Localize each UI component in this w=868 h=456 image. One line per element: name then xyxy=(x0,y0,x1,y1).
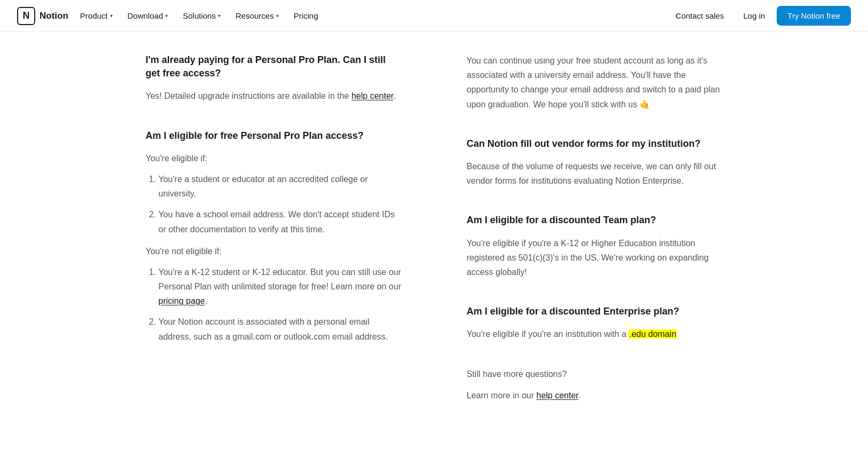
more-questions-label: Still have more questions? xyxy=(467,367,723,381)
eligible-list: You're a student or educator at an accre… xyxy=(146,172,402,237)
not-eligible-list: You're a K-12 student or K-12 educator. … xyxy=(146,265,402,344)
more-questions-section: Still have more questions? Learn more in… xyxy=(467,367,723,402)
navbar: N Notion Product ▾ Download ▾ Solutions … xyxy=(0,0,868,32)
help-center-link-1[interactable]: help center xyxy=(351,91,393,100)
faq-discounted-enterprise: Am I eligible for a discounted Enterpris… xyxy=(467,305,723,341)
left-column: I'm already paying for a Personal Pro Pl… xyxy=(146,53,413,428)
faq-answer-2: You're eligible if: You're a student or … xyxy=(146,151,402,344)
chevron-down-icon: ▾ xyxy=(110,13,113,19)
main-content: I'm already paying for a Personal Pro Pl… xyxy=(114,32,755,450)
try-notion-free-button[interactable]: Try Notion free xyxy=(777,6,851,26)
list-item: You're a student or educator at an accre… xyxy=(159,172,402,201)
faq-personal-pro-paying: I'm already paying for a Personal Pro Pl… xyxy=(146,53,402,104)
faq-answer-1-intro: Yes! Detailed upgrade instructions are a… xyxy=(146,91,349,100)
notion-logo-icon: N xyxy=(17,7,35,25)
chevron-down-icon: ▾ xyxy=(276,13,279,19)
faq-question-vendor: Can Notion fill out vendor forms for my … xyxy=(467,137,723,151)
learn-more-text: Learn more in our help center. xyxy=(467,388,723,403)
faq-question-enterprise: Am I eligible for a discounted Enterpris… xyxy=(467,305,723,318)
nav-left: N Notion Product ▾ Download ▾ Solutions … xyxy=(17,7,326,25)
faq-answer-enterprise: You're eligible if you're an institution… xyxy=(467,327,723,341)
login-button[interactable]: Log in xyxy=(736,7,772,25)
contact-sales-link[interactable]: Contact sales xyxy=(668,7,732,25)
faq-answer-vendor: Because of the volume of requests we rec… xyxy=(467,159,723,188)
nav-item-product[interactable]: Product ▾ xyxy=(73,7,120,25)
nav-item-pricing[interactable]: Pricing xyxy=(286,7,326,25)
faq-answer-enterprise-before: You're eligible if you're an institution… xyxy=(467,329,627,339)
faq-student-account-continuation: You can continue using your free student… xyxy=(467,53,723,112)
not-eligible-label: You're not eligible if: xyxy=(146,244,402,258)
pricing-page-link[interactable]: pricing page xyxy=(159,296,205,305)
faq-question-1: I'm already paying for a Personal Pro Pl… xyxy=(146,53,402,80)
not-eligible-text-before: You're a K-12 student or K-12 educator. … xyxy=(159,268,401,291)
right-column: You can continue using your free student… xyxy=(456,53,723,428)
nav-logo[interactable]: N Notion xyxy=(17,7,68,25)
faq-answer-continuation: You can continue using your free student… xyxy=(467,53,723,112)
eligible-label: You're eligible if: xyxy=(146,151,402,166)
faq-vendor-forms: Can Notion fill out vendor forms for my … xyxy=(467,137,723,188)
list-item: Your Notion account is associated with a… xyxy=(159,315,402,343)
faq-question-2: Am I eligible for free Personal Pro Plan… xyxy=(146,129,402,143)
nav-items: Product ▾ Download ▾ Solutions ▾ Resourc… xyxy=(73,7,326,25)
chevron-down-icon: ▾ xyxy=(218,13,221,19)
faq-answer-1: Yes! Detailed upgrade instructions are a… xyxy=(146,89,402,103)
faq-answer-team: You're eligible if you're a K-12 or High… xyxy=(467,236,723,280)
faq-question-team: Am I eligible for a discounted Team plan… xyxy=(467,214,723,227)
list-item: You're a K-12 student or K-12 educator. … xyxy=(159,265,402,309)
edu-domain-link[interactable]: .edu domain xyxy=(629,329,677,339)
nav-right: Contact sales Log in Try Notion free xyxy=(668,6,851,26)
nav-item-download[interactable]: Download ▾ xyxy=(120,7,176,25)
faq-discounted-team: Am I eligible for a discounted Team plan… xyxy=(467,214,723,279)
nav-item-solutions[interactable]: Solutions ▾ xyxy=(175,7,228,25)
chevron-down-icon: ▾ xyxy=(165,13,168,19)
nav-logo-text: Notion xyxy=(40,11,68,21)
help-center-link-2[interactable]: help center xyxy=(536,391,578,400)
faq-eligibility-personal-pro: Am I eligible for free Personal Pro Plan… xyxy=(146,129,402,344)
more-questions-text: Still have more questions? Learn more in… xyxy=(467,367,723,402)
nav-item-resources[interactable]: Resources ▾ xyxy=(228,7,286,25)
list-item: You have a school email address. We don'… xyxy=(159,207,402,236)
